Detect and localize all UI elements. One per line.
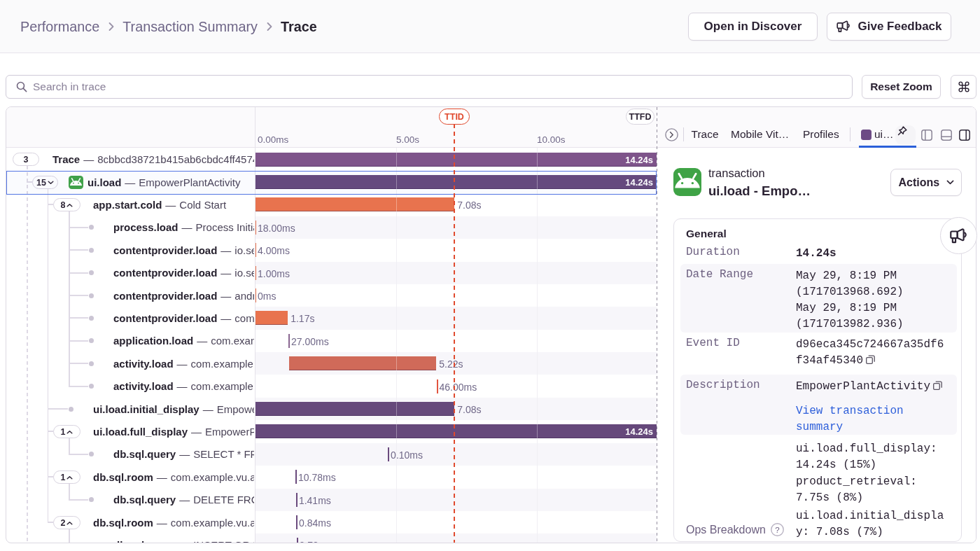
svg-text:?: ? — [775, 525, 779, 533]
